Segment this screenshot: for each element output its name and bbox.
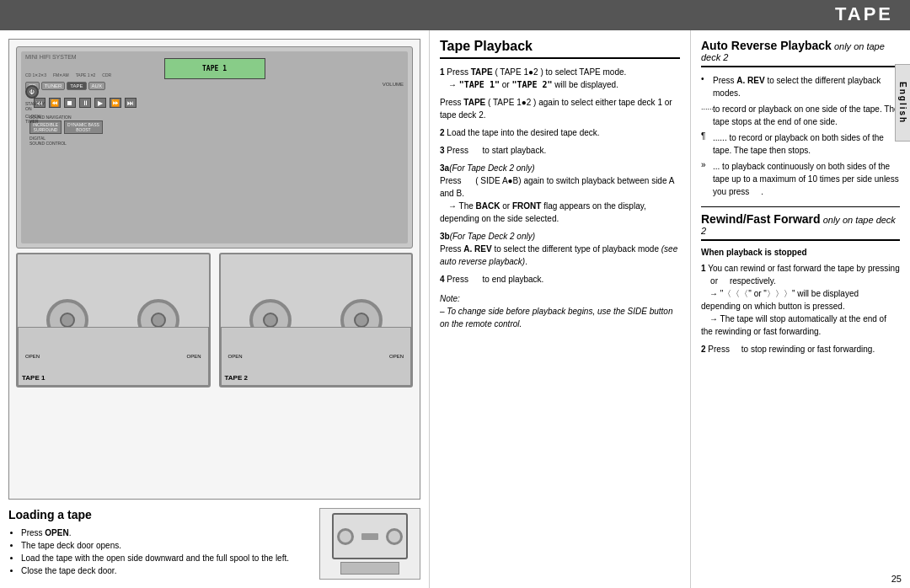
loading-bullet-2: The tape deck door opens. bbox=[21, 539, 302, 552]
page-title: TAPE bbox=[835, 3, 893, 24]
power-button[interactable]: ⏻ bbox=[25, 85, 39, 99]
step-3b-label: (For Tape Deck 2 only) bbox=[450, 232, 535, 241]
main-content: MINI HIFI SYSTEM TAPE 1 CD TUNER TAPE AU… bbox=[0, 30, 910, 588]
aux-button[interactable]: AUX bbox=[88, 82, 105, 90]
device-top-unit: MINI HIFI SYSTEM TAPE 1 CD TUNER TAPE AU… bbox=[16, 46, 413, 249]
step-3: 3 Press to start playback. bbox=[440, 144, 680, 157]
device-top-inner: MINI HIFI SYSTEM TAPE 1 CD TUNER TAPE AU… bbox=[21, 51, 408, 243]
step-3b-num: 3b bbox=[440, 232, 450, 241]
loading-bullet-3: Load the tape with the open side downwar… bbox=[21, 552, 302, 564]
loading-bullet-4: Close the tape deck door. bbox=[21, 564, 302, 577]
digital-sound-label: DIGITALSOUND CONTROL bbox=[29, 136, 67, 146]
tape-12-label: TAPE 1✕2 bbox=[76, 72, 96, 78]
tape1-label: TAPE 1 bbox=[22, 374, 45, 382]
cassette-base bbox=[340, 562, 399, 575]
auto-reverse-bullet-3: ¶ ...... to record or playback on both s… bbox=[701, 131, 900, 157]
tape-deck-1: OPEN OPEN TAPE 1 bbox=[16, 253, 211, 388]
tape1-open-label-left: OPEN bbox=[25, 354, 40, 359]
cassette-reel-left bbox=[337, 528, 354, 545]
left-panel: MINI HIFI SYSTEM TAPE 1 CD TUNER TAPE AU… bbox=[0, 30, 430, 588]
cassette-illustration bbox=[332, 513, 408, 559]
cassette-reel-right bbox=[386, 528, 403, 545]
device-brand: MINI HIFI SYSTEM bbox=[25, 54, 77, 60]
rewind-header: Rewind/Fast Forward only on tape deck 2 bbox=[701, 212, 900, 241]
auto-reverse-bullet-1: • Press A. REV to select the different p… bbox=[701, 74, 900, 99]
cdr-label: CDR bbox=[102, 72, 111, 78]
playback-controls: ⏮ ⏪ ⏹ ⏸ ▶ ⏩ ⏭ bbox=[34, 98, 395, 108]
step-2-num: 2 bbox=[440, 128, 445, 137]
rewind-sub1: → "〈〈〈" or "〉〉〉" will be displayed depen… bbox=[701, 289, 859, 311]
section-divider bbox=[701, 206, 900, 207]
right-panel: English Auto Reverse Playback only on ta… bbox=[691, 30, 910, 588]
loading-text: Loading a tape Press OPEN. The tape deck… bbox=[8, 508, 302, 580]
note-title: Note: bbox=[440, 292, 680, 305]
step-1: 1 Press TAPE ( TAPE 1●2 ) to select TAPE… bbox=[440, 66, 680, 91]
device-source-buttons: CD TUNER TAPE AUX VOLUME bbox=[25, 82, 404, 90]
fm-am-label: FM✕AM bbox=[53, 72, 69, 78]
note-section: Note: – To change side before playback b… bbox=[440, 292, 680, 330]
clock-timer-label: CLOCK/TIMER bbox=[25, 114, 45, 124]
device-illustration: MINI HIFI SYSTEM TAPE 1 CD TUNER TAPE AU… bbox=[8, 39, 420, 500]
page-number: 25 bbox=[891, 574, 902, 584]
loading-section: Loading a tape Press OPEN. The tape deck… bbox=[8, 508, 420, 580]
source-labels: CD 1✕2✕3 FM✕AM TAPE 1✕2 CDR bbox=[25, 72, 111, 78]
power-area: ⏻ STANDBYON CLOCK/TIMER bbox=[25, 85, 45, 124]
step-4-num: 4 bbox=[440, 275, 445, 284]
auto-reverse-bullet-4: » ... to playback continuously on both s… bbox=[701, 160, 900, 198]
auto-reverse-title: Auto Reverse Playback bbox=[701, 39, 832, 52]
middle-panel: Tape Playback 1 Press TAPE ( TAPE 1●2 ) … bbox=[430, 30, 691, 588]
language-tab: English bbox=[895, 64, 910, 142]
rewind-step-2: 2 Press to stop rewinding or fast forwar… bbox=[701, 343, 900, 355]
tape2-open-label-right: OPEN bbox=[389, 354, 404, 359]
tape-button[interactable]: TAPE bbox=[67, 82, 86, 90]
auto-reverse-section: Auto Reverse Playback only on tape deck … bbox=[701, 39, 900, 198]
step-3a-label: (For Tape Deck 2 only) bbox=[449, 163, 534, 173]
loading-tape-image bbox=[319, 508, 420, 580]
step-3b: 3b(For Tape Deck 2 only) Press A. REV to… bbox=[440, 230, 680, 268]
cassette-tape-strip bbox=[361, 533, 378, 540]
step-3-num: 3 bbox=[440, 146, 445, 155]
when-stopped-title: When playback is stopped bbox=[701, 246, 900, 259]
step-1b: Press TAPE ( TAPE 1●2 ) again to select … bbox=[440, 96, 680, 121]
rewind-button[interactable]: ⏪ bbox=[49, 98, 61, 108]
auto-reverse-header: Auto Reverse Playback only on tape deck … bbox=[701, 39, 900, 67]
step-3a: 3a(For Tape Deck 2 only) Press ( SIDE A●… bbox=[440, 162, 680, 225]
step-2: 2 Load the tape into the desired tape de… bbox=[440, 126, 680, 139]
tape1-open-label-right: OPEN bbox=[186, 354, 201, 359]
tape-deck-area: OPEN OPEN TAPE 1 OPEN OPEN TAPE 2 bbox=[16, 253, 413, 388]
cd-label: CD 1✕2✕3 bbox=[25, 72, 46, 78]
loading-bullet-1: Press OPEN. bbox=[21, 527, 302, 539]
step-3a-sub: → The BACK or FRONT flag appears on the … bbox=[440, 201, 646, 223]
rewind-step-1: 1 You can rewind or fast forward the tap… bbox=[701, 262, 900, 338]
rewind-title: Rewind/Fast Forward bbox=[701, 212, 821, 226]
rewind-sub2: → The tape will stop automatically at th… bbox=[701, 314, 886, 336]
play-button[interactable]: ▶ bbox=[94, 98, 106, 108]
tape2-open-label-left: OPEN bbox=[228, 354, 243, 359]
page-header: TAPE bbox=[0, 0, 910, 30]
note-text: – To change side before playback begins,… bbox=[440, 305, 680, 330]
device-display: TAPE 1 bbox=[164, 58, 265, 79]
next-button[interactable]: ⏭ bbox=[125, 98, 136, 108]
loading-title: Loading a tape bbox=[8, 508, 302, 521]
volume-label: VOLUME bbox=[383, 82, 404, 90]
loading-bullets: Press OPEN. The tape deck door opens. Lo… bbox=[8, 527, 302, 577]
tape2-label: TAPE 2 bbox=[225, 374, 248, 382]
rewind-section: Rewind/Fast Forward only on tape deck 2 … bbox=[701, 212, 900, 355]
standby-label: STANDBYON bbox=[25, 101, 45, 111]
stop-button[interactable]: ⏹ bbox=[64, 98, 76, 108]
tape1-door: OPEN OPEN bbox=[18, 327, 209, 386]
tape2-door: OPEN OPEN bbox=[221, 327, 412, 386]
step-4: 4 Press to end playback. bbox=[440, 273, 680, 286]
step-3a-num: 3a bbox=[440, 163, 449, 173]
tape-deck-2: OPEN OPEN TAPE 2 bbox=[219, 253, 414, 388]
auto-reverse-bullet-2: ...... to record or playback on one side… bbox=[701, 103, 900, 128]
step-1-num: 1 bbox=[440, 67, 445, 77]
step-1-sub: → "TAPE 1" or "TAPE 2" will be displayed… bbox=[440, 80, 618, 89]
dynamic-bass-boost[interactable]: DYNAMIC BASSBOOST bbox=[64, 120, 103, 134]
pause-button[interactable]: ⏸ bbox=[79, 98, 91, 108]
tape-playback-title: Tape Playback bbox=[440, 39, 680, 59]
fast-forward-button[interactable]: ⏩ bbox=[110, 98, 121, 108]
